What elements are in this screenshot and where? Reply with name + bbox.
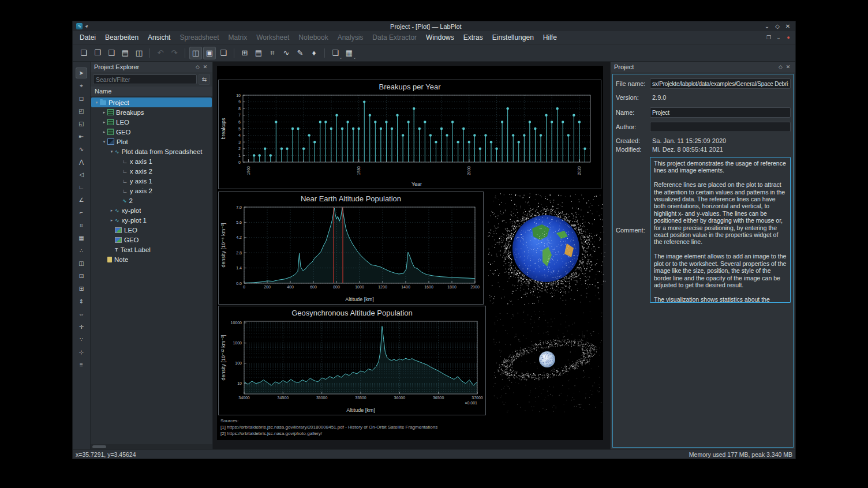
tree-item-geo[interactable]: GEO [91, 235, 212, 245]
curve-button[interactable]: ∿ [280, 47, 293, 59]
redo-button[interactable]: ↷ [168, 47, 181, 59]
menu-ansicht[interactable]: Ansicht [143, 32, 175, 43]
list-tool[interactable]: ≡ [76, 359, 87, 370]
menu-data-extractor[interactable]: Data Extractor [368, 32, 421, 43]
menu-extras[interactable]: Extras [459, 32, 488, 43]
crosshair-tool[interactable]: ⌖ [76, 80, 87, 91]
filter-options-button[interactable]: ⇆ [199, 74, 210, 85]
file-name-input[interactable] [650, 78, 791, 89]
dots-tool[interactable]: ∵ [76, 334, 87, 345]
tree-item-project[interactable]: ▾Project [91, 97, 212, 107]
add-element-tool[interactable]: ✛ [76, 321, 87, 332]
expander-icon[interactable]: ▸ [101, 130, 107, 134]
titlebar[interactable]: ∿ ➤ Project - [Plot] — LabPlot ⌄ ◇ ✕ [73, 21, 795, 31]
menu-einstellungen[interactable]: Einstellungen [488, 32, 538, 43]
menu-spreadsheet[interactable]: Spreadsheet [175, 32, 223, 43]
close-panel-icon[interactable]: ✕ [201, 64, 209, 70]
horizontal-resize-tool[interactable]: ⇔ [76, 309, 87, 320]
tree-item-note[interactable]: Note [91, 254, 212, 264]
tree-item-xy-plot[interactable]: ▸xy-plot [91, 205, 212, 215]
tree-item-breakups[interactable]: ▸Breakups [91, 107, 212, 117]
points-tool[interactable]: ∴ [76, 245, 87, 256]
star-points-tool[interactable]: ⊹ [76, 347, 87, 358]
zoom-x-select-tool[interactable]: ◰ [76, 106, 87, 117]
geo-debris-ring-image[interactable] [492, 310, 603, 412]
save-project-button[interactable]: ❑ [105, 47, 118, 59]
name-column-header[interactable]: Name [91, 87, 212, 96]
close-properties-icon[interactable]: ✕ [784, 64, 792, 70]
tile-subwindows-toggle[interactable]: ◫ [189, 47, 202, 59]
scrollbar-handle[interactable] [92, 445, 106, 448]
float-properties-icon[interactable]: ◇ [777, 64, 784, 70]
zoom-y-select-tool[interactable]: ◱ [76, 118, 87, 129]
tree-item-text-label[interactable]: Text Label [91, 245, 212, 254]
split-view-tool[interactable]: ◫ [76, 258, 87, 269]
corner-axis-tool[interactable]: ⌐ [76, 207, 87, 218]
project-name-input[interactable] [650, 107, 791, 118]
export-worksheet-button[interactable]: ❏⌄ [329, 47, 342, 59]
menu-worksheet[interactable]: Worksheet [252, 32, 294, 43]
tree-item-geo[interactable]: ▸GEO [91, 127, 212, 137]
author-input[interactable] [650, 122, 791, 132]
expander-icon[interactable]: ▸ [101, 110, 107, 115]
search-input[interactable] [93, 74, 197, 84]
comment-input[interactable]: This project demonstrates the usage of r… [650, 157, 791, 303]
horizontal-scrollbar[interactable] [91, 444, 212, 449]
tree-item-x-axis-2[interactable]: x axis 2 [91, 166, 212, 176]
image-tool[interactable]: ▦ [76, 232, 87, 243]
grid-tool[interactable]: ⌗ [76, 220, 87, 231]
tree-item-plot-data-from-spreadsheet[interactable]: ▾Plot data from Spreadsheet [91, 147, 212, 156]
breakups-per-year-plot[interactable]: Breakups per YearbreakupsYear01234567891… [218, 80, 601, 189]
tree-item-2[interactable]: 2 [91, 196, 212, 205]
menu-notebook[interactable]: Notebook [294, 32, 332, 43]
expander-icon[interactable]: ▸ [108, 218, 115, 223]
new-notebook-button[interactable]: ▦⌄ [343, 47, 356, 59]
tree-item-plot[interactable]: ▾Plot [91, 137, 212, 147]
close-window-button[interactable]: ✕ [784, 23, 792, 29]
earth-debris-image[interactable] [487, 193, 605, 305]
tree-item-y-axis-1[interactable]: y axis 1 [91, 176, 212, 186]
cascade-subwindows-toggle[interactable]: ▣ [203, 47, 216, 59]
expander-icon[interactable]: ▾ [108, 149, 115, 154]
undo-button[interactable]: ↶ [154, 47, 167, 59]
shade-window-button[interactable]: ⌄ [763, 23, 771, 29]
worksheet-page[interactable]: Breakups per YearbreakupsYear01234567891… [217, 66, 603, 440]
draw-button[interactable]: ✎ [294, 47, 306, 59]
single-view-toggle[interactable]: ❏ [217, 47, 230, 59]
tree-item-y-axis-2[interactable]: y axis 2 [91, 186, 212, 196]
zoom-select-tool[interactable]: ◻ [76, 93, 87, 104]
expander-icon[interactable]: ▸ [108, 208, 115, 213]
tree-item-leo[interactable]: ▸LEO [91, 117, 212, 127]
curve-tool[interactable]: ∿ [76, 144, 87, 155]
angle-tool[interactable]: ∠ [76, 194, 87, 205]
menu-hilfe[interactable]: Hilfe [538, 32, 562, 43]
menu-matrix[interactable]: Matrix [223, 32, 252, 43]
list-view-button[interactable]: ▤ [252, 47, 265, 59]
tree-item-x-axis-1[interactable]: x axis 1 [91, 156, 212, 166]
print-button[interactable]: ▤ [119, 47, 132, 59]
axis-tool[interactable]: ∟ [76, 182, 87, 193]
open-project-button[interactable]: ❐ [91, 47, 104, 59]
print-preview-button[interactable]: ◫ [133, 47, 145, 59]
shade-window-icon[interactable]: ⌄ [775, 35, 782, 40]
grid-button[interactable]: ⌗ [266, 47, 279, 59]
add-plot-button[interactable]: ⊞ [238, 47, 251, 59]
expander-icon[interactable]: ▾ [101, 140, 107, 144]
vertical-resize-tool[interactable]: ⇕ [76, 296, 87, 307]
float-panel-icon[interactable]: ◇ [194, 64, 201, 70]
geosynchronous-altitude-plot[interactable]: Geosynchronous Altitude Populationdensit… [218, 306, 486, 415]
close-window-icon[interactable]: ● [785, 35, 792, 40]
near-earth-altitude-plot[interactable]: Near Earth Altitude Populationdensity [1… [218, 192, 484, 305]
back-tool[interactable]: ◁ [76, 169, 87, 180]
new-project-button[interactable]: ❏ [77, 47, 90, 59]
tree-item-leo[interactable]: LEO [91, 225, 212, 235]
add-plot-tool[interactable]: ⊞ [76, 283, 87, 294]
tree-item-xy-plot-1[interactable]: ▸xy-plot 1 [91, 215, 212, 225]
menu-analysis[interactable]: Analysis [333, 32, 368, 43]
color-drop-button[interactable]: ♦ [308, 47, 320, 59]
keep-above-button[interactable]: ◇ [773, 23, 781, 29]
menu-datei[interactable]: Datei [75, 32, 100, 43]
menu-windows[interactable]: Windows [421, 32, 459, 43]
shift-left-tool[interactable]: ⇤ [76, 131, 87, 142]
expander-icon[interactable]: ▸ [101, 120, 107, 125]
